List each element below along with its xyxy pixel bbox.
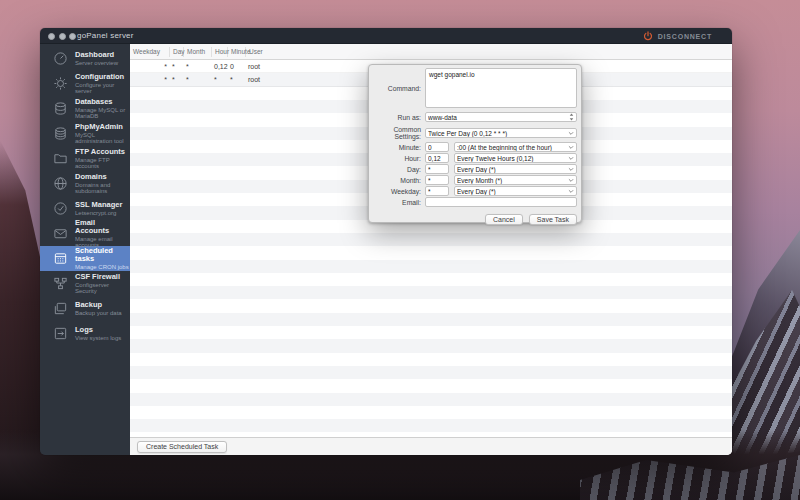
sidebar: DashboardServer overview ConfigurationCo… xyxy=(40,44,130,455)
sidebar-item-ftp-accounts[interactable]: FTP AccountsManage FTP accounts xyxy=(40,146,130,171)
hour-select[interactable]: Every Twelve Hours (0,12) xyxy=(454,153,577,163)
sidebar-item-backup[interactable]: BackupBackup your data xyxy=(40,296,130,321)
month-input[interactable] xyxy=(425,175,449,185)
sidebar-item-domains[interactable]: DomainsDomains and subdomains xyxy=(40,171,130,196)
main-content: Weekday Day Month Hour Minute User * * *… xyxy=(130,44,732,455)
column-header-day: Day xyxy=(170,47,184,57)
common-settings-label: Common Settings: xyxy=(373,126,425,140)
calendar-icon xyxy=(53,251,68,266)
zoom-window-button[interactable] xyxy=(69,33,76,40)
gear-icon xyxy=(53,76,68,91)
day-label: Day: xyxy=(373,166,425,173)
sidebar-item-scheduled-tasks[interactable]: Scheduled tasksManage CRON jobs xyxy=(40,246,130,271)
chevron-down-icon xyxy=(568,131,574,136)
column-header-weekday: Weekday xyxy=(130,47,170,57)
check-circle-icon xyxy=(53,201,68,216)
chevron-down-icon xyxy=(568,178,574,183)
scheduled-task-dialog: Command: wget gopanel.io Run as: www-dat… xyxy=(368,64,582,223)
power-icon xyxy=(643,31,653,41)
weekday-input[interactable] xyxy=(425,186,449,196)
disconnect-button[interactable]: DISCONNECT xyxy=(643,30,712,42)
hour-input[interactable] xyxy=(425,153,449,163)
column-header-minute: Minute xyxy=(228,47,246,57)
sidebar-item-databases[interactable]: DatabasesManage MySQL or MariaDB xyxy=(40,96,130,121)
email-label: Email: xyxy=(373,199,425,206)
table-header: Weekday Day Month Hour Minute User xyxy=(130,44,732,60)
run-as-select[interactable]: www-data xyxy=(425,112,577,122)
column-header-hour: Hour xyxy=(212,47,228,57)
gauge-icon xyxy=(53,51,68,66)
sidebar-item-configuration[interactable]: ConfigurationConfigure your server xyxy=(40,71,130,96)
day-input[interactable] xyxy=(425,164,449,174)
command-textarea[interactable]: wget gopanel.io xyxy=(425,68,577,108)
database-admin-icon xyxy=(53,126,68,141)
create-scheduled-task-button[interactable]: Create Scheduled Task xyxy=(137,441,227,453)
window-title: goPanel server xyxy=(77,31,134,40)
chevron-down-icon xyxy=(568,167,574,172)
app-window: goPanel server DISCONNECT DashboardServe… xyxy=(40,28,732,455)
chevron-down-icon xyxy=(568,156,574,161)
sidebar-item-phpmyadmin[interactable]: PhpMyAdminMySQL administration tool xyxy=(40,121,130,146)
table-footer: Create Scheduled Task xyxy=(130,437,732,455)
sidebar-item-ssl-manager[interactable]: SSL ManagerLetsencrypt.org xyxy=(40,196,130,221)
globe-icon xyxy=(53,176,68,191)
command-label: Command: xyxy=(373,85,425,92)
sidebar-item-csf-firewall[interactable]: CSF FirewallConfigserver Security xyxy=(40,271,130,296)
log-arrow-icon xyxy=(53,326,68,341)
database-icon xyxy=(53,101,68,116)
email-input[interactable] xyxy=(425,197,577,207)
window-controls xyxy=(48,33,76,40)
minute-input[interactable] xyxy=(425,142,449,152)
sidebar-item-logs[interactable]: LogsView system logs xyxy=(40,321,130,346)
sidebar-item-dashboard[interactable]: DashboardServer overview xyxy=(40,46,130,71)
day-select[interactable]: Every Day (*) xyxy=(454,164,577,174)
close-window-button[interactable] xyxy=(48,33,55,40)
column-header-month: Month xyxy=(184,47,212,57)
network-nodes-icon xyxy=(53,276,68,291)
minute-label: Minute: xyxy=(373,144,425,151)
chevron-down-icon xyxy=(568,145,574,150)
cancel-button[interactable]: Cancel xyxy=(485,214,523,225)
sidebar-item-email-accounts[interactable]: Email AccountsManage email accounts xyxy=(40,221,130,246)
copy-icon xyxy=(53,301,68,316)
titlebar: goPanel server DISCONNECT xyxy=(40,28,732,44)
weekday-label: Weekday: xyxy=(373,188,425,195)
save-task-button[interactable]: Save Task xyxy=(529,214,577,225)
chevron-down-icon xyxy=(568,189,574,194)
month-select[interactable]: Every Month (*) xyxy=(454,175,577,185)
envelope-icon xyxy=(53,226,68,241)
hour-label: Hour: xyxy=(373,155,425,162)
minimize-window-button[interactable] xyxy=(59,33,66,40)
folder-icon xyxy=(53,151,68,166)
weekday-select[interactable]: Every Day (*) xyxy=(454,186,577,196)
disconnect-label: DISCONNECT xyxy=(658,33,712,40)
column-header-user: User xyxy=(246,47,732,57)
stepper-icon xyxy=(569,113,574,121)
run-as-label: Run as: xyxy=(373,114,425,121)
month-label: Month: xyxy=(373,177,425,184)
common-settings-select[interactable]: Twice Per Day (0 0,12 * * *) xyxy=(425,128,577,138)
minute-select[interactable]: :00 (At the beginning of the hour) xyxy=(454,142,577,152)
